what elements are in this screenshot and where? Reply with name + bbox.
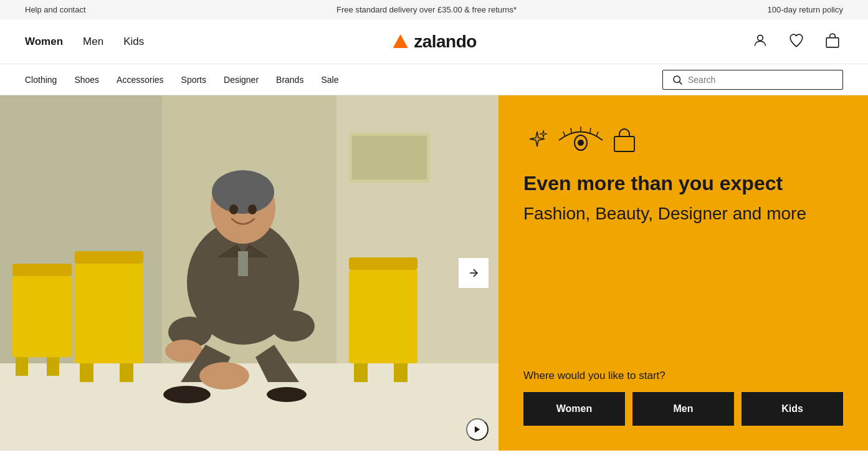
- wishlist-button[interactable]: [786, 30, 807, 53]
- hero-content: Even more than you expect Fashion, Beaut…: [498, 95, 868, 451]
- svg-rect-16: [75, 251, 143, 264]
- svg-point-34: [229, 204, 238, 214]
- heart-icon: [788, 32, 804, 49]
- cta-buttons: Women Men Kids: [523, 392, 843, 426]
- bag-icon: [824, 32, 841, 49]
- returns-text: 100-day return policy: [768, 5, 843, 14]
- svg-line-38: [563, 132, 565, 136]
- arrow-right-icon: [467, 267, 480, 279]
- svg-rect-13: [12, 276, 72, 357]
- account-button[interactable]: [750, 30, 771, 53]
- svg-rect-27: [238, 251, 248, 276]
- subnav-shoes[interactable]: Shoes: [74, 75, 99, 85]
- cta-women-button[interactable]: Women: [523, 392, 625, 426]
- svg-line-42: [596, 132, 598, 136]
- subnav-sale[interactable]: Sale: [321, 75, 338, 85]
- svg-point-33: [267, 387, 307, 402]
- svg-rect-15: [47, 357, 59, 376]
- nav-link-men[interactable]: Men: [83, 36, 103, 48]
- sparkle-icon: [523, 127, 551, 154]
- hero-section: Even more than you expect Fashion, Beaut…: [0, 95, 868, 451]
- search-box[interactable]: [662, 70, 843, 90]
- delivery-text: Free standard delivery over £35.00 & fre…: [336, 5, 517, 14]
- account-icon: [752, 32, 768, 49]
- svg-point-1: [758, 35, 763, 41]
- play-icon: [473, 425, 482, 434]
- hero-image-container: [0, 95, 498, 451]
- svg-rect-11: [0, 363, 498, 451]
- svg-rect-21: [349, 270, 417, 363]
- hero-cta-label: Where would you like to start?: [523, 370, 843, 382]
- help-contact-text[interactable]: Help and contact: [25, 5, 86, 14]
- svg-point-32: [163, 386, 211, 403]
- hero-cta-section: Where would you like to start? Women Men…: [523, 370, 843, 426]
- subnav-sports[interactable]: Sports: [181, 75, 206, 85]
- nav-icon-group: [750, 30, 843, 53]
- subnav-clothing[interactable]: Clothing: [25, 75, 57, 85]
- main-nav-links: Women Men Kids: [25, 36, 144, 48]
- play-button[interactable]: [466, 418, 489, 441]
- top-banner: Help and contact Free standard delivery …: [0, 0, 868, 19]
- svg-rect-20: [349, 257, 417, 270]
- svg-point-35: [248, 204, 257, 214]
- hero-icons-row: [523, 127, 843, 154]
- hero-image: [0, 95, 498, 451]
- eye-icon: [556, 127, 606, 154]
- main-nav: Women Men Kids zalando: [0, 19, 868, 64]
- nav-link-kids[interactable]: Kids: [123, 36, 144, 48]
- sub-nav: Clothing Shoes Accessories Sports Design…: [0, 64, 868, 95]
- svg-rect-10: [352, 136, 427, 180]
- shopping-bag-icon: [611, 127, 638, 154]
- subnav-designer[interactable]: Designer: [224, 75, 259, 85]
- nav-link-women[interactable]: Women: [25, 36, 63, 48]
- cart-button[interactable]: [822, 30, 843, 53]
- svg-rect-12: [12, 264, 72, 276]
- subnav-accessories[interactable]: Accessories: [117, 75, 163, 85]
- svg-rect-17: [75, 264, 143, 363]
- search-icon: [672, 74, 683, 85]
- svg-rect-18: [80, 363, 93, 382]
- svg-rect-2: [826, 38, 839, 47]
- zalando-logo-icon: [391, 33, 409, 50]
- svg-point-44: [578, 140, 584, 146]
- sub-nav-links: Clothing Shoes Accessories Sports Design…: [25, 75, 662, 85]
- hero-title: Even more than you expect: [523, 171, 843, 195]
- hero-bg-svg: [0, 95, 498, 451]
- hero-subtitle: Fashion, Beauty, Designer and more: [523, 203, 843, 225]
- cta-men-button[interactable]: Men: [632, 392, 734, 426]
- svg-rect-45: [614, 136, 634, 151]
- svg-rect-22: [354, 363, 368, 382]
- svg-line-41: [590, 128, 591, 133]
- svg-rect-14: [16, 357, 28, 376]
- svg-point-3: [674, 76, 680, 83]
- logo-text: zalando: [414, 32, 477, 52]
- svg-marker-37: [475, 426, 480, 433]
- svg-line-39: [571, 128, 571, 133]
- logo[interactable]: zalando: [391, 32, 477, 52]
- svg-marker-0: [393, 34, 408, 48]
- svg-point-30: [271, 310, 315, 342]
- search-input[interactable]: [688, 75, 834, 85]
- svg-point-31: [199, 362, 249, 390]
- svg-rect-23: [394, 363, 408, 382]
- subnav-brands[interactable]: Brands: [276, 75, 303, 85]
- svg-rect-19: [120, 363, 133, 382]
- next-button[interactable]: [459, 258, 489, 288]
- cta-kids-button[interactable]: Kids: [742, 392, 843, 426]
- svg-line-4: [679, 82, 682, 84]
